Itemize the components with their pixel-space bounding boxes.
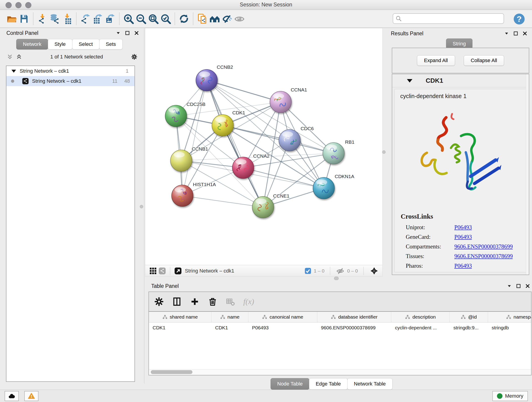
results-actions-card: Expand All Collapse All [392,48,529,73]
automation-cloud-button[interactable] [5,391,19,401]
column-header-shared-name[interactable]: shared name [149,312,211,322]
table-settings-gear-icon[interactable] [154,297,164,307]
splitter-knob-bottom[interactable] [334,277,339,280]
crosslink-link[interactable]: 9606.ENSP00000378699 [454,253,513,259]
node-label-CDC6: CDC6 [301,126,314,131]
control-panel-close-icon[interactable] [134,31,139,36]
move-crosshair-icon[interactable] [369,266,379,276]
export-network-icon[interactable] [79,12,92,25]
network-collection-label: String Network – cdk1 [20,68,69,74]
window-title: Session: New Session [0,2,532,8]
warnings-button[interactable] [24,391,38,401]
import-network-from-file-icon[interactable] [36,12,49,25]
network-options-gear-icon[interactable] [131,54,137,60]
tab-network[interactable]: Network [16,39,48,50]
selected-checkbox-icon[interactable] [304,267,312,274]
tab-select[interactable]: Select [72,39,99,50]
crosslink-link[interactable]: P06493 [454,263,472,269]
results-panel-collapse-icon[interactable] [504,31,509,36]
expand-all-button[interactable]: Expand All [417,55,455,66]
column-header-description[interactable]: description [391,312,450,322]
tree-expander-icon[interactable] [12,70,16,73]
titlebar: Session: New Session [0,0,532,10]
show-graphics-details-icon[interactable] [233,12,246,25]
memory-button[interactable]: Memory [492,391,528,401]
column-settings-icon[interactable] [172,297,182,307]
collapse-all-button[interactable]: Collapse All [464,55,504,66]
protein-expander-icon[interactable] [407,79,412,83]
table-row[interactable]: CDK1CDK1P064939606.ENSP00000378699cyclin… [149,322,531,333]
scrollbar-thumb[interactable] [151,370,192,374]
zoom-out-icon[interactable] [135,12,147,25]
zoom-fit-content-icon[interactable] [147,12,159,25]
column-header-database-identifier[interactable]: database identifier [317,312,391,322]
table-panel-collapse-icon[interactable] [507,283,512,288]
tab-style[interactable]: Style [48,39,72,50]
tab-edge-table[interactable]: Edge Table [309,378,348,390]
node-label-CDK1: CDK1 [232,110,245,115]
control-panel-title: Control Panel [6,30,38,36]
hide-graphics-details-icon[interactable] [221,12,233,25]
network-current-bullet [11,80,14,83]
node-table: f(x) shared namenamecanonical namedataba… [148,292,532,375]
zoom-selected-icon[interactable] [159,12,172,25]
search-field [393,13,504,24]
tab-node-table[interactable]: Node Table [271,378,309,390]
expand-all-networks-icon[interactable] [16,54,22,60]
protein-details: cyclin-dependent kinase 1 [394,89,526,272]
crosslink-link[interactable]: P06493 [454,234,472,240]
node-label-CDKN1A: CDKN1A [335,174,354,179]
open-session-folder-icon[interactable] [6,12,18,25]
column-header-name[interactable]: name [211,312,248,322]
network-canvas-svg[interactable]: CCNB2CCNA1CDC25BCDK1CDC6RB1CCNB1CCNA2CDK… [145,28,382,265]
svg-text:?: ? [517,14,522,24]
import-network-from-database-icon[interactable] [49,12,61,25]
crosslink-link[interactable]: P06493 [454,224,472,230]
results-panel-float-icon[interactable] [513,31,518,36]
add-column-icon[interactable] [190,297,200,307]
results-panel-title: Results Panel [391,31,423,37]
tab-sets[interactable]: Sets [99,39,123,50]
export-table-icon[interactable] [92,12,104,25]
crosslink-link[interactable]: 9606.ENSP00000378699 [454,243,513,250]
export-image-icon[interactable] [104,12,116,25]
control-panel-collapse-icon[interactable] [116,31,121,36]
table-horizontal-scrollbar[interactable] [149,369,531,375]
import-table-from-file-icon[interactable] [61,12,73,25]
column-header-namespace[interactable]: namespace [488,312,532,322]
splitter-knob-left[interactable] [140,205,143,208]
first-neighbors-icon[interactable] [209,12,221,25]
search-input[interactable] [402,14,504,23]
birdseye-view-icon[interactable] [173,266,183,275]
results-panel-close-icon[interactable] [522,31,527,36]
create-network-from-selection-icon[interactable] [196,12,209,25]
help-button[interactable]: ? [513,13,525,25]
network-tree-child-row[interactable]: String Network – cdk1 11 48 [6,76,134,86]
network-view-panel: CCNB2CCNA1CDC25BCDK1CDC6RB1CCNB1CCNA2CDK… [145,28,383,277]
table-cell: CDK1 [211,322,248,333]
control-panel-float-icon[interactable] [125,31,130,36]
network-tree-root-row[interactable]: String Network – cdk1 1 [6,66,134,76]
delete-column-trash-icon[interactable] [208,297,218,307]
save-session-floppy-icon[interactable] [18,12,30,25]
network-item-label: String Network – cdk1 [32,78,81,84]
splitter-knob-right[interactable] [382,150,386,154]
control-panel: Control Panel NetworkStyleSelectSets 1 o… [0,28,144,384]
protein-section-header[interactable]: CDK1 [392,74,529,87]
zoom-in-icon[interactable] [122,12,135,25]
crosslinks-list: Uniprot:P06493GeneCard:P06493Compartment… [395,223,526,271]
apply-preferred-layout-icon[interactable] [178,12,190,25]
crosslink-row: Uniprot:P06493 [395,223,526,232]
delete-table-icon [225,297,235,307]
collapse-all-networks-icon[interactable] [7,54,13,60]
grid-view-icon[interactable] [148,266,158,275]
table-panel-close-icon[interactable] [525,283,530,288]
table-panel-float-icon[interactable] [516,283,521,288]
network-collection-count: 1 [126,68,128,74]
network-tree: String Network – cdk1 1 String Network –… [6,65,135,382]
network-overview-share-icon[interactable] [158,266,167,275]
results-scrollbar[interactable] [526,74,529,274]
column-header-canonical-name[interactable]: canonical name [248,312,317,322]
column-header-@id[interactable]: @id [450,312,488,322]
tab-network-table[interactable]: Network Table [347,378,393,390]
